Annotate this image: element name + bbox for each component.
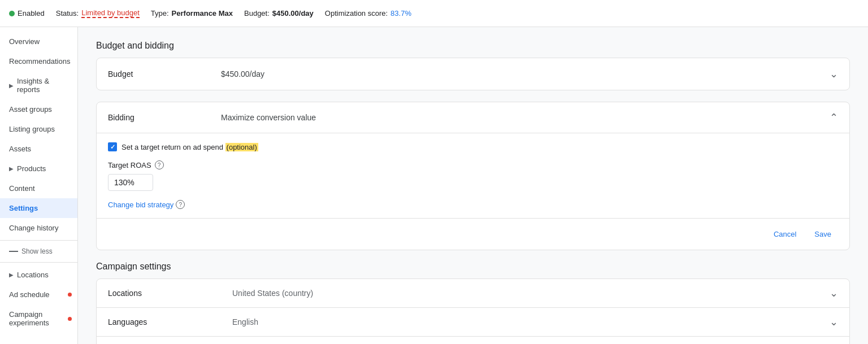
change-bid-help-icon[interactable]: ? — [176, 200, 185, 209]
sidebar-label-listing-groups: Listing groups — [9, 125, 55, 133]
sidebar-label-change-history: Change history — [9, 224, 58, 232]
checkbox-label-text: Set a target return on ad spend — [121, 143, 225, 151]
sidebar-label-overview: Overview — [9, 37, 40, 46]
languages-label: Languages — [108, 317, 232, 326]
bidding-label: Bidding — [108, 113, 221, 122]
status-item: Status: Limited by budget — [56, 8, 140, 18]
optional-highlight: (optional) — [225, 143, 258, 151]
status-prefix: Status: — [56, 9, 79, 18]
budget-bidding-title: Budget and bidding — [96, 41, 850, 51]
opt-score-item: Optimization score: 83.7% — [325, 9, 411, 18]
sidebar-item-content[interactable]: Content — [0, 178, 77, 198]
budget-card: Budget $450.00/day ⌄ — [96, 58, 850, 90]
bidding-body: Set a target return on ad spend (optiona… — [97, 133, 849, 218]
sidebar-label-ad-schedule: Ad schedule — [9, 290, 50, 299]
enabled-label: Enabled — [18, 9, 45, 18]
sidebar-item-insights-reports[interactable]: ▶ Insights & reports — [0, 71, 77, 99]
type-item: Type: Performance Max — [151, 9, 233, 18]
sidebar-label-settings: Settings — [9, 204, 38, 212]
auto-assets-row: Automatically created assets Text assets… — [97, 337, 849, 344]
campaign-settings-card: Locations United States (country) ⌄ Lang… — [96, 278, 850, 344]
sidebar-item-locations[interactable]: ▶ Locations — [0, 265, 77, 285]
sidebar-label-campaign-experiments: Campaign experiments — [9, 310, 68, 327]
target-roas-checkbox-label: Set a target return on ad spend (optiona… — [121, 143, 258, 151]
enabled-status: Enabled — [9, 9, 45, 18]
budget-value: $450.00/day — [272, 9, 314, 18]
sidebar-item-campaign-experiments[interactable]: Campaign experiments — [0, 304, 77, 333]
layout: Overview Recommendations ▶ Insights & re… — [0, 27, 868, 344]
target-roas-help-icon[interactable]: ? — [155, 160, 164, 169]
budget-value: $450.00/day — [221, 69, 830, 79]
sidebar-divider — [0, 240, 77, 241]
bidding-action-row: Cancel Save — [97, 218, 849, 250]
sidebar: Overview Recommendations ▶ Insights & re… — [0, 27, 78, 344]
bidding-header: Bidding Maximize conversion value ⌃ — [97, 102, 849, 133]
arrow-icon-products: ▶ — [9, 166, 14, 172]
sidebar-label-content: Content — [9, 184, 35, 193]
cancel-button[interactable]: Cancel — [767, 225, 803, 243]
sidebar-item-overview[interactable]: Overview — [0, 32, 77, 51]
opt-score-value: 83.7% — [390, 9, 411, 18]
arrow-icon-locations: ▶ — [9, 272, 14, 278]
bidding-card: Bidding Maximize conversion value ⌃ Set … — [96, 102, 850, 250]
sidebar-item-change-history[interactable]: Change history — [0, 218, 77, 238]
locations-label: Locations — [108, 289, 232, 298]
languages-row: Languages English ⌄ — [97, 308, 849, 337]
bidding-chevron-icon[interactable]: ⌃ — [830, 111, 838, 124]
arrow-icon-insights: ▶ — [9, 82, 14, 89]
target-roas-input[interactable] — [108, 174, 153, 191]
sidebar-item-assets[interactable]: Assets — [0, 139, 77, 159]
sidebar-item-settings[interactable]: Settings — [0, 198, 77, 218]
sidebar-item-asset-groups[interactable]: Asset groups — [0, 99, 77, 119]
ad-schedule-dot — [68, 293, 72, 297]
change-bid-link-text: Change bid strategy — [108, 201, 173, 209]
enabled-dot — [9, 11, 15, 16]
save-button[interactable]: Save — [808, 225, 838, 243]
target-roas-label: Target ROAS ? — [108, 160, 838, 169]
locations-chevron-icon[interactable]: ⌄ — [830, 287, 838, 299]
main-content: Budget and bidding Budget $450.00/day ⌄ … — [78, 27, 868, 344]
opt-prefix: Optimization score: — [325, 9, 388, 18]
budget-row: Budget $450.00/day ⌄ — [97, 58, 849, 90]
budget-item: Budget: $450.00/day — [244, 9, 314, 18]
campaign-settings-title: Campaign settings — [96, 262, 850, 272]
languages-chevron-icon[interactable]: ⌄ — [830, 316, 838, 328]
sidebar-divider-2 — [0, 262, 77, 263]
sidebar-label-locations: Locations — [17, 271, 49, 279]
locations-value: United States (country) — [232, 289, 830, 298]
sidebar-label-asset-groups: Asset groups — [9, 105, 52, 114]
locations-row: Locations United States (country) ⌄ — [97, 279, 849, 308]
sidebar-label-products: Products — [17, 164, 46, 173]
show-less-button[interactable]: Show less — [0, 243, 77, 260]
budget-label: Budget — [108, 69, 221, 79]
top-bar: Enabled Status: Limited by budget Type: … — [0, 0, 868, 27]
type-value: Performance Max — [172, 9, 233, 18]
budget-prefix: Budget: — [244, 9, 270, 18]
languages-value: English — [232, 317, 830, 326]
campaign-experiments-dot — [68, 317, 72, 321]
sidebar-item-recommendations[interactable]: Recommendations — [0, 51, 77, 71]
budget-chevron-icon[interactable]: ⌄ — [830, 68, 838, 80]
type-prefix: Type: — [151, 9, 169, 18]
target-roas-text: Target ROAS — [108, 161, 151, 169]
status-value: Limited by budget — [81, 8, 140, 18]
show-less-label: Show less — [21, 247, 53, 255]
sidebar-item-ad-schedule[interactable]: Ad schedule — [0, 285, 77, 304]
change-bid-strategy-link[interactable]: Change bid strategy ? — [108, 200, 185, 209]
sidebar-label-insights: Insights & reports — [17, 77, 68, 94]
sidebar-item-listing-groups[interactable]: Listing groups — [0, 119, 77, 139]
sidebar-item-products[interactable]: ▶ Products — [0, 159, 77, 178]
show-less-icon — [9, 251, 18, 252]
target-roas-checkbox-row: Set a target return on ad spend (optiona… — [108, 142, 838, 151]
sidebar-label-assets: Assets — [9, 145, 31, 153]
sidebar-label-recommendations: Recommendations — [9, 57, 70, 66]
bidding-strategy: Maximize conversion value — [221, 113, 830, 122]
target-roas-checkbox[interactable] — [108, 142, 117, 151]
